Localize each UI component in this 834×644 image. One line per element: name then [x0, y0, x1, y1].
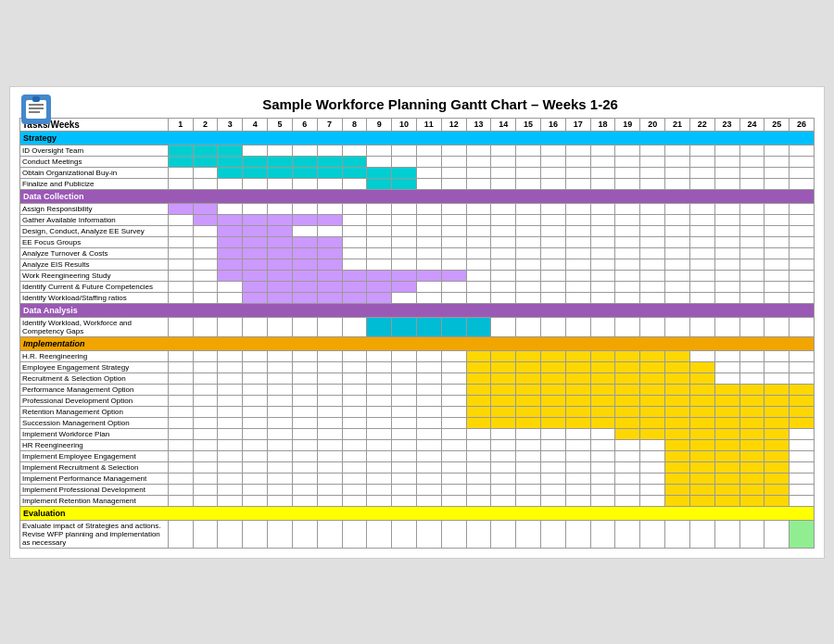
week-19-cell — [615, 281, 640, 292]
week-15-cell — [516, 270, 541, 281]
week-6-cell — [292, 450, 317, 461]
week-25-cell — [764, 428, 790, 439]
week-15-cell — [516, 484, 541, 495]
week-17-cell — [565, 156, 590, 167]
week-21-cell — [665, 395, 690, 406]
week-17-cell — [565, 495, 590, 506]
week-2-cell — [193, 384, 218, 395]
week-3-cell — [218, 406, 243, 417]
week-14-cell — [491, 495, 516, 506]
week-13-cell — [466, 270, 491, 281]
week-23-cell — [714, 484, 739, 495]
week-8-cell — [342, 406, 367, 417]
week-13-cell — [466, 428, 491, 439]
week-9-cell — [367, 247, 392, 259]
week-4-cell — [243, 145, 268, 156]
week-26-cell — [790, 450, 815, 461]
week-13-cell — [466, 484, 491, 495]
week-21-cell — [665, 317, 690, 336]
week-2-cell — [193, 247, 218, 259]
week-20-cell — [640, 417, 665, 428]
week-22-cell — [689, 281, 714, 292]
week-14-cell — [491, 428, 516, 439]
task-row: Implement Professional Development — [20, 484, 815, 495]
week-10-cell — [392, 450, 417, 461]
week-11-cell — [416, 450, 441, 461]
week-9-header: 9 — [367, 118, 392, 131]
week-5-cell — [268, 461, 293, 473]
week-25-cell — [764, 281, 790, 292]
week-17-cell — [565, 236, 590, 247]
week-22-cell — [689, 461, 714, 473]
week-16-cell — [541, 484, 566, 495]
week-11-cell — [416, 461, 441, 473]
week-11-cell — [416, 281, 441, 292]
week-7-cell — [317, 428, 342, 439]
week-16-cell — [541, 317, 566, 336]
week-21-cell — [665, 373, 690, 384]
task-label: ID Oversight Team — [20, 145, 169, 156]
week-26-cell — [790, 406, 815, 417]
week-2-cell — [193, 484, 218, 495]
week-11-cell — [416, 350, 441, 361]
week-3-cell — [218, 225, 243, 236]
week-8-cell — [342, 428, 367, 439]
week-11-cell — [416, 178, 441, 189]
task-label: Identify Workload, Workforce and Compete… — [20, 317, 169, 336]
week-22-cell — [689, 473, 714, 484]
week-12-cell — [441, 281, 466, 292]
week-10-cell — [392, 225, 417, 236]
week-3-cell — [218, 156, 243, 167]
week-9-cell — [367, 428, 392, 439]
week-18-cell — [590, 259, 615, 270]
week-2-cell — [193, 495, 218, 506]
week-15-cell — [516, 406, 541, 417]
week-7-cell — [317, 417, 342, 428]
week-5-cell — [268, 384, 293, 395]
week-12-cell — [441, 473, 466, 484]
week-8-cell — [342, 203, 367, 214]
week-7-cell — [317, 317, 342, 336]
week-19-cell — [615, 270, 640, 281]
week-14-cell — [491, 406, 516, 417]
task-row: H.R. Reengineering — [20, 350, 815, 361]
week-24-cell — [739, 395, 764, 406]
week-14-cell — [491, 461, 516, 473]
week-1-cell — [168, 473, 193, 484]
week-12-cell — [441, 167, 466, 178]
week-23-cell — [714, 373, 739, 384]
week-13-cell — [466, 373, 491, 384]
week-13-cell — [466, 406, 491, 417]
week-22-cell — [689, 384, 714, 395]
week-10-cell — [392, 167, 417, 178]
week-19-cell — [615, 473, 640, 484]
week-25-cell — [764, 145, 790, 156]
week-5-cell — [268, 167, 293, 178]
task-row: Identify Workload/Staffing ratios — [20, 292, 815, 303]
week-18-cell — [590, 317, 615, 336]
week-6-cell — [292, 317, 317, 336]
week-26-cell — [790, 373, 815, 384]
week-9-cell — [367, 384, 392, 395]
task-label: Performance Management Option — [20, 384, 169, 395]
week-4-cell — [243, 281, 268, 292]
week-17-cell — [565, 350, 590, 361]
week-26-cell — [790, 520, 815, 548]
week-10-cell — [392, 236, 417, 247]
week-15-cell — [516, 259, 541, 270]
week-18-cell — [590, 384, 615, 395]
week-25-cell — [764, 178, 790, 189]
week-1-cell — [168, 259, 193, 270]
week-16-cell — [541, 225, 566, 236]
week-12-cell — [441, 520, 466, 548]
week-12-cell — [441, 259, 466, 270]
week-26-cell — [790, 259, 815, 270]
week-23-cell — [714, 439, 739, 450]
week-23-cell — [714, 203, 739, 214]
week-19-cell — [615, 461, 640, 473]
week-10-cell — [392, 145, 417, 156]
week-23-cell — [714, 395, 739, 406]
week-18-cell — [590, 350, 615, 361]
week-4-cell — [243, 361, 268, 373]
week-3-cell — [218, 214, 243, 225]
